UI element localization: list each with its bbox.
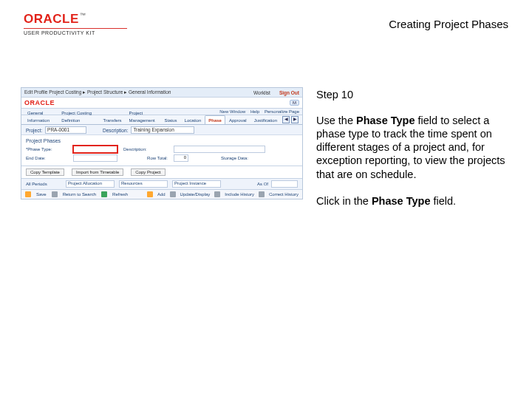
phase-buttons-row: Copy Template Import from Timetable Copy… [21, 166, 302, 179]
tab-transfers[interactable]: Transfers [99, 115, 125, 124]
tab-phase[interactable]: Phase [205, 115, 225, 124]
row-total-value: 0 [174, 154, 188, 162]
row-total-label: Row Total: [123, 156, 168, 160]
end-date-label: End Date: [26, 156, 67, 160]
doc-title: Creating Project Phases [389, 18, 508, 30]
brand-tagline: USER PRODUCTIVITY KIT [24, 30, 127, 35]
instruction-panel: Step 10 Use the Phase Type field to sele… [316, 87, 508, 221]
screenshot-signout-link[interactable]: Sign Out [279, 90, 299, 95]
tab-general-information[interactable]: General Information [24, 108, 58, 124]
screenshot-titlebar-right: Worklist [253, 90, 270, 95]
copy-template-button[interactable]: Copy Template [26, 168, 64, 176]
refresh-icon[interactable] [101, 191, 107, 197]
resources-field[interactable]: Resources [119, 180, 168, 188]
project-phases-title: Project Phases [26, 137, 298, 146]
update-display-icon[interactable] [170, 191, 176, 197]
instruction-text: Click in the [316, 195, 372, 207]
brand-tm: ™ [80, 12, 86, 18]
correct-history-link[interactable]: Correct History [269, 192, 299, 197]
instruction-bold: Phase Type [356, 115, 415, 126]
phase-type-label: *Phase Type: [26, 147, 67, 151]
description-label: Description: [103, 128, 128, 133]
save-icon[interactable] [25, 191, 31, 197]
screenshot-brand-row: ORACLE M [21, 98, 302, 109]
screenshot-pill: M [290, 100, 299, 106]
instruction-text: Use the [316, 115, 356, 126]
screenshot: Edit Profile Project Costing ▸ Project S… [21, 87, 303, 200]
tab-location[interactable]: Location [181, 115, 205, 124]
screenshot-subbar-item[interactable]: New Window [219, 109, 245, 114]
phase-type-field[interactable] [73, 146, 117, 153]
return-to-search-link[interactable]: Return to Search [63, 192, 96, 197]
project-instance-field[interactable]: Project Instance [172, 180, 221, 188]
screenshot-footer: Save Return to Search Refresh Add Update… [21, 190, 302, 199]
instruction-paragraph-1: Use the Phase Type field to select a pha… [316, 114, 508, 181]
brand-name: ORACLE [24, 12, 79, 26]
screenshot-brand: ORACLE [24, 99, 55, 106]
tab-scroll-left-icon[interactable]: ◀ [282, 116, 290, 123]
instruction-text: field. [430, 195, 456, 207]
as-of-field[interactable] [271, 180, 298, 188]
all-periods-label: All Periods [26, 182, 61, 186]
tab-strip: General Information Project Costing Defi… [21, 115, 302, 125]
project-allocation-field[interactable]: Project Allocation [66, 180, 115, 188]
instruction-paragraph-2: Click in the Phase Type field. [316, 194, 508, 208]
storage-data-label: Storage Data: [221, 156, 265, 160]
screenshot-titlebar: Edit Profile Project Costing ▸ Project S… [21, 88, 302, 98]
phase-description-field[interactable] [174, 146, 265, 153]
save-link[interactable]: Save [36, 192, 47, 197]
update-display-link[interactable]: Update/Display [180, 192, 211, 197]
project-phases-section: Project Phases *Phase Type: Description:… [21, 135, 302, 166]
screenshot-subbar-item[interactable]: Help [250, 109, 259, 114]
project-label: Project: [26, 128, 42, 133]
phase-description-label: Description: [123, 147, 168, 151]
add-link[interactable]: Add [157, 192, 166, 197]
instruction-bold: Phase Type [372, 195, 431, 207]
brand-rule [24, 28, 127, 29]
tab-approval[interactable]: Approval [225, 115, 250, 124]
screenshot-subbar-item[interactable]: Personalize Page [265, 109, 299, 114]
project-row: Project: PRA-0001 Description: Training … [21, 125, 302, 135]
as-of-label: As Of [257, 182, 268, 186]
tab-scroll-right-icon[interactable]: ▶ [291, 116, 299, 123]
tab-project-management[interactable]: Project Management [126, 108, 161, 124]
screenshot-titlebar-path: Edit Profile Project Costing ▸ Project S… [24, 89, 249, 95]
tab-justification[interactable]: Justification [250, 115, 281, 124]
import-from-timetable-button[interactable]: Import from Timetable [72, 168, 123, 176]
copy-project-button[interactable]: Copy Project [131, 168, 165, 176]
step-heading: Step 10 [316, 89, 508, 100]
tab-status[interactable]: Status [161, 115, 181, 124]
refresh-link[interactable]: Refresh [112, 192, 128, 197]
correct-history-icon[interactable] [259, 191, 265, 197]
return-icon[interactable] [52, 191, 58, 197]
tab-project-costing-definition[interactable]: Project Costing Definition [58, 108, 99, 124]
description-value: Training Expansion [131, 126, 194, 134]
brand-block: ORACLE™ USER PRODUCTIVITY KIT [24, 12, 127, 35]
include-history-icon[interactable] [214, 191, 220, 197]
all-periods-row: All Periods Project Allocation Resources… [21, 179, 302, 190]
project-id-value: PRA-0001 [45, 126, 86, 134]
include-history-link[interactable]: Include History [225, 192, 254, 197]
end-date-field[interactable] [73, 154, 117, 162]
add-icon[interactable] [147, 191, 153, 197]
